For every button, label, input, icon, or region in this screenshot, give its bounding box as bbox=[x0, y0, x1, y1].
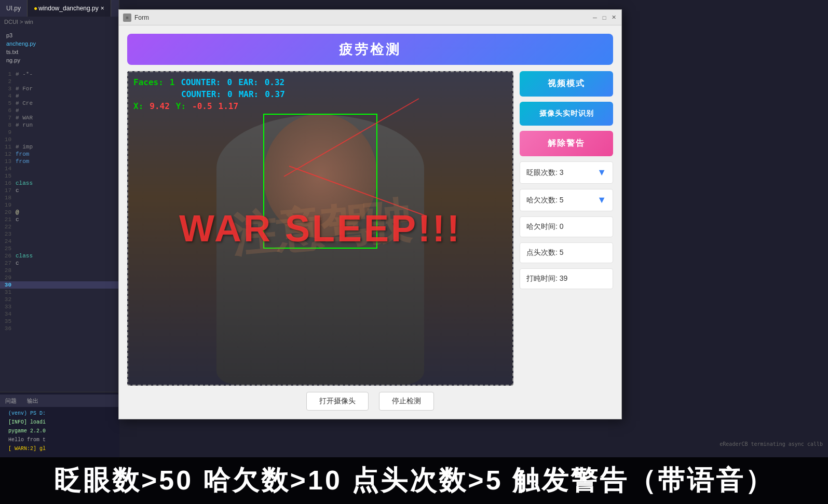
camera-realtime-button[interactable]: 摄像头实时识别 bbox=[520, 102, 613, 126]
open-camera-button[interactable]: 打开摄像头 bbox=[306, 392, 369, 411]
faces-label: Faces: bbox=[133, 77, 164, 87]
sidebar-item-ng[interactable]: ng.py bbox=[0, 56, 119, 64]
code-line-2: 2 bbox=[0, 78, 119, 85]
code-line-6: 6# bbox=[0, 107, 119, 114]
sidebar-item-p3[interactable]: p3 bbox=[0, 31, 119, 39]
code-line-17: 17 c bbox=[0, 187, 119, 194]
code-line-21: 21 c bbox=[0, 216, 119, 223]
ide-right-info: eReaderCB terminating async callb bbox=[720, 441, 823, 447]
code-line-27: 27 c bbox=[0, 260, 119, 267]
blink-count-label: 眨眼次数: 3 bbox=[526, 168, 564, 178]
code-line-29: 29 bbox=[0, 274, 119, 281]
counter1-value: 0 bbox=[227, 77, 233, 87]
code-line-23: 23 bbox=[0, 230, 119, 238]
window-title-text: Form bbox=[134, 14, 591, 21]
video-mode-button[interactable]: 视频模式 bbox=[520, 71, 613, 97]
code-line-32: 32 bbox=[0, 296, 119, 303]
sidebar-file-tree: p3 ancheng.py ts.txt ng.py bbox=[0, 27, 119, 69]
code-line-3: 3# For bbox=[0, 85, 119, 92]
code-line-20: 20 @ bbox=[0, 209, 119, 216]
yawn-time-label: 哈欠时间: 0 bbox=[526, 222, 564, 231]
code-line-11: 11# imp bbox=[0, 143, 119, 151]
header-banner: 疲劳检测 bbox=[127, 34, 613, 65]
bottom-buttons: 打开摄像头 停止检测 bbox=[127, 392, 613, 411]
code-line-25: 25 bbox=[0, 245, 119, 252]
code-line-30: 30 bbox=[0, 281, 119, 289]
terminal-output: (venv) PS D: [INFO] loadi pygame 2.2.0 H… bbox=[0, 407, 119, 455]
yawn-time-box: 哈欠时间: 0 bbox=[520, 216, 613, 237]
y-value: -0.5 bbox=[192, 101, 212, 111]
code-line-14: 14 bbox=[0, 165, 119, 172]
code-line-22: 22 bbox=[0, 223, 119, 230]
ide-terminal: 问题 输出 (venv) PS D: [INFO] loadi pygame 2… bbox=[0, 392, 119, 457]
window-titlebar: ■ Form ─ □ ✕ bbox=[119, 10, 621, 25]
window-icon: ■ bbox=[123, 13, 131, 22]
close-button[interactable]: ✕ bbox=[610, 14, 617, 21]
yawn-count-label: 哈欠次数: 5 bbox=[526, 196, 564, 205]
minimize-button[interactable]: ─ bbox=[591, 14, 599, 21]
notification-text: 眨眼数>50 哈欠数>10 点头次数>5 触发警告（带语音） bbox=[54, 462, 774, 499]
stat-line-3: X: 9.42 Y: -0.5 1.17 bbox=[133, 101, 285, 111]
tab-output[interactable]: 输出 bbox=[22, 397, 44, 405]
code-line-35: 35 bbox=[0, 318, 119, 325]
code-line-10: 10 bbox=[0, 136, 119, 143]
yawn-count-box: 哈欠次数: 5 ▼ bbox=[520, 189, 613, 211]
code-line-13: 13from bbox=[0, 158, 119, 165]
ide-breadcrumb: DCUI > win bbox=[0, 17, 119, 27]
counter2-label: COUNTER: bbox=[181, 89, 221, 99]
stat-line-2: COUNTER: 0 MAR: 0.37 bbox=[133, 89, 285, 99]
nod-count-box: 点头次数: 5 bbox=[520, 242, 613, 263]
main-body: 注意驾驶 WAR SLEEP!!! Faces: 1 COUNTER: 0 EA… bbox=[127, 71, 613, 386]
code-line-24: 24 bbox=[0, 238, 119, 245]
stop-detect-button[interactable]: 停止检测 bbox=[379, 392, 434, 411]
code-line-1: 1# -*- bbox=[0, 71, 119, 78]
ide-tabs: UI.py ● window_dancheng.py × bbox=[0, 0, 119, 17]
yawn-count-arrow-icon: ▼ bbox=[597, 195, 606, 206]
fight-time-label: 打盹时间: 39 bbox=[526, 274, 567, 283]
stat-line-1: Faces: 1 COUNTER: 0 EAR: 0.32 bbox=[133, 77, 285, 87]
code-line-34: 34 bbox=[0, 310, 119, 318]
dismiss-alert-button[interactable]: 解除警告 bbox=[520, 131, 613, 156]
ide-tab-ui[interactable]: UI.py bbox=[0, 0, 28, 17]
terminal-line-4: Hello from t bbox=[4, 435, 115, 444]
fight-time-box: 打盹时间: 39 bbox=[520, 268, 613, 289]
code-line-5: 5# Cre bbox=[0, 100, 119, 107]
sidebar-item-ts[interactable]: ts.txt bbox=[0, 48, 119, 56]
sidebar-item-dancheng[interactable]: ancheng.py bbox=[0, 39, 119, 48]
right-panel: 视频模式 摄像头实时识别 解除警告 眨眼次数: 3 ▼ 哈欠次数: 5 ▼ 哈欠… bbox=[520, 71, 613, 386]
z-value: 1.17 bbox=[219, 101, 239, 111]
code-editor: 1# -*- 2 3# For 4# 5# Cre 6# 7# WAR 8# r… bbox=[0, 69, 119, 334]
ear-value: 0.32 bbox=[265, 77, 285, 87]
code-line-8: 8# run bbox=[0, 121, 119, 129]
blink-count-arrow-icon: ▼ bbox=[597, 167, 606, 178]
blink-count-box: 眨眼次数: 3 ▼ bbox=[520, 161, 613, 184]
counter1-label: COUNTER: bbox=[181, 77, 221, 87]
faces-value: 1 bbox=[170, 77, 175, 87]
mar-value: 0.37 bbox=[265, 89, 285, 99]
terminal-tabs: 问题 输出 bbox=[0, 394, 119, 407]
ear-label: EAR: bbox=[238, 77, 259, 87]
nod-count-label: 点头次数: 5 bbox=[526, 248, 564, 257]
code-line-36: 36 bbox=[0, 325, 119, 332]
warning-text: WAR SLEEP!!! bbox=[179, 207, 461, 250]
window-controls: ─ □ ✕ bbox=[591, 14, 617, 21]
terminal-line-5: [ WARN:2] gl bbox=[4, 444, 115, 453]
y-label: Y: bbox=[176, 101, 186, 111]
terminal-line-1: (venv) PS D: bbox=[4, 409, 115, 418]
form-content: 疲劳检测 注意驾驶 bbox=[119, 25, 621, 419]
code-line-9: 9 bbox=[0, 129, 119, 136]
code-line-4: 4# bbox=[0, 92, 119, 100]
maximize-button[interactable]: □ bbox=[601, 14, 608, 21]
mar-label: MAR: bbox=[239, 89, 259, 99]
tab-problems[interactable]: 问题 bbox=[0, 397, 22, 405]
ide-tab-dancheng[interactable]: ● window_dancheng.py × bbox=[28, 0, 111, 17]
warning-overlay: WAR SLEEP!!! bbox=[179, 207, 461, 250]
code-line-16: 16class bbox=[0, 180, 119, 187]
code-line-33: 33 bbox=[0, 303, 119, 310]
code-line-31: 31 bbox=[0, 289, 119, 296]
header-title: 疲劳检测 bbox=[339, 40, 401, 59]
x-label: X: bbox=[133, 101, 143, 111]
stats-overlay: Faces: 1 COUNTER: 0 EAR: 0.32 COUNTER: 0… bbox=[133, 77, 285, 113]
code-line-15: 15 bbox=[0, 172, 119, 180]
notification-bar: 眨眼数>50 哈欠数>10 点头次数>5 触发警告（带语音） bbox=[0, 457, 828, 504]
